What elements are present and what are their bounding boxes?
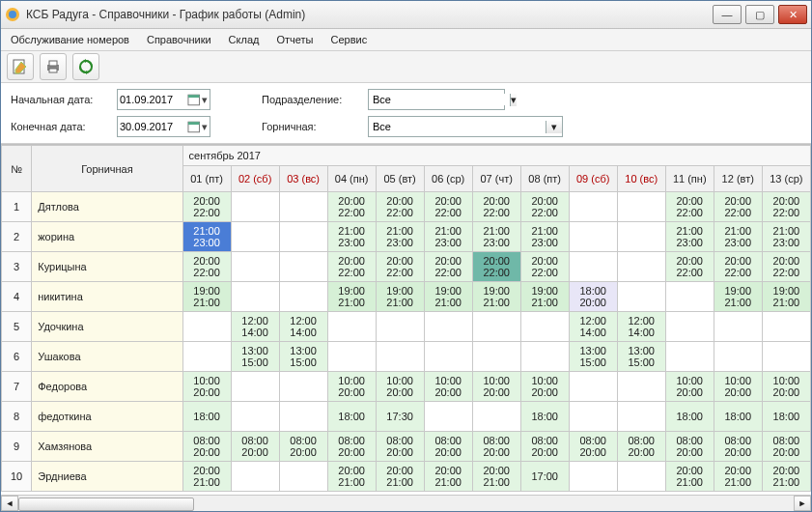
schedule-cell[interactable] <box>665 342 714 372</box>
schedule-cell[interactable]: 17:00 <box>520 462 569 492</box>
schedule-cell[interactable] <box>472 342 520 372</box>
schedule-cell[interactable]: 20:0022:00 <box>327 192 376 222</box>
schedule-cell[interactable]: 19:0021:00 <box>762 282 810 312</box>
schedule-cell[interactable] <box>279 192 327 222</box>
schedule-cell[interactable] <box>569 252 617 282</box>
schedule-cell[interactable]: 08:0020:00 <box>279 432 327 462</box>
schedule-cell[interactable]: 10:0020:00 <box>327 372 376 402</box>
schedule-cell[interactable]: 10:0020:00 <box>472 372 520 402</box>
schedule-cell[interactable] <box>424 312 472 342</box>
schedule-cell[interactable] <box>569 192 617 222</box>
scroll-thumb[interactable] <box>18 498 194 511</box>
schedule-cell[interactable] <box>279 282 327 312</box>
schedule-cell[interactable]: 19:0021:00 <box>472 282 520 312</box>
schedule-cell[interactable]: 20:0022:00 <box>327 252 376 282</box>
schedule-cell[interactable] <box>762 312 810 342</box>
col-header-day[interactable]: 10 (вс) <box>617 166 665 192</box>
col-header-day[interactable]: 12 (вт) <box>714 166 762 192</box>
schedule-cell[interactable] <box>520 312 569 342</box>
col-header-day[interactable]: 03 (вс) <box>279 166 327 192</box>
schedule-cell[interactable] <box>231 222 279 252</box>
schedule-cell[interactable] <box>327 312 376 342</box>
schedule-cell[interactable]: 18:00 <box>714 402 762 432</box>
scroll-track[interactable] <box>18 497 794 510</box>
schedule-cell[interactable] <box>231 192 279 222</box>
schedule-cell[interactable]: 20:0022:00 <box>472 252 520 282</box>
schedule-cell[interactable] <box>182 312 231 342</box>
calendar-icon[interactable] <box>187 120 200 133</box>
schedule-cell[interactable] <box>231 402 279 432</box>
schedule-cell[interactable]: 21:0023:00 <box>665 222 714 252</box>
schedule-cell[interactable]: 20:0021:00 <box>376 462 424 492</box>
refresh-button[interactable] <box>72 53 99 80</box>
schedule-cell[interactable]: 20:0021:00 <box>665 462 714 492</box>
schedule-cell[interactable]: 12:0014:00 <box>617 312 665 342</box>
schedule-cell[interactable] <box>182 342 231 372</box>
schedule-cell[interactable]: 08:0020:00 <box>520 432 569 462</box>
schedule-cell[interactable] <box>472 312 520 342</box>
start-date-input[interactable]: ▾ <box>117 89 210 110</box>
schedule-cell[interactable] <box>424 402 472 432</box>
schedule-cell[interactable] <box>714 312 762 342</box>
schedule-cell[interactable] <box>231 282 279 312</box>
col-header-day[interactable]: 08 (пт) <box>520 166 569 192</box>
schedule-cell[interactable]: 08:0020:00 <box>472 432 520 462</box>
schedule-cell[interactable] <box>520 342 569 372</box>
col-header-day[interactable]: 06 (ср) <box>424 166 472 192</box>
schedule-cell[interactable]: 08:0020:00 <box>714 432 762 462</box>
schedule-cell[interactable] <box>569 462 617 492</box>
schedule-cell[interactable]: 08:0020:00 <box>327 432 376 462</box>
schedule-cell[interactable] <box>279 252 327 282</box>
schedule-cell[interactable] <box>327 342 376 372</box>
schedule-cell[interactable]: 08:0020:00 <box>617 432 665 462</box>
schedule-cell[interactable] <box>279 402 327 432</box>
schedule-cell[interactable]: 18:0020:00 <box>569 282 617 312</box>
maximize-button[interactable]: ▢ <box>745 5 774 24</box>
schedule-cell[interactable] <box>617 252 665 282</box>
schedule-cell[interactable] <box>617 372 665 402</box>
schedule-cell[interactable] <box>569 222 617 252</box>
department-field[interactable] <box>369 94 510 105</box>
schedule-cell[interactable]: 20:0021:00 <box>762 462 810 492</box>
schedule-cell[interactable]: 20:0022:00 <box>665 252 714 282</box>
schedule-cell[interactable] <box>665 312 714 342</box>
schedule-cell[interactable] <box>617 192 665 222</box>
schedule-cell[interactable]: 10:0020:00 <box>376 372 424 402</box>
schedule-cell[interactable]: 10:0020:00 <box>762 372 810 402</box>
schedule-cell[interactable]: 20:0022:00 <box>424 192 472 222</box>
schedule-cell[interactable]: 19:0021:00 <box>424 282 472 312</box>
schedule-cell[interactable]: 12:0014:00 <box>231 312 279 342</box>
chevron-down-icon[interactable]: ▾ <box>200 121 210 133</box>
schedule-cell[interactable]: 21:0023:00 <box>182 222 231 252</box>
schedule-cell[interactable] <box>376 342 424 372</box>
col-header-name[interactable]: Горничная <box>32 146 182 192</box>
col-header-num[interactable]: № <box>2 146 32 192</box>
schedule-cell[interactable]: 20:0022:00 <box>520 252 569 282</box>
schedule-cell[interactable]: 20:0022:00 <box>376 192 424 222</box>
schedule-cell[interactable]: 10:0020:00 <box>714 372 762 402</box>
schedule-cell[interactable] <box>569 402 617 432</box>
menu-references[interactable]: Справочники <box>147 34 211 45</box>
schedule-cell[interactable]: 08:0020:00 <box>182 432 231 462</box>
schedule-cell[interactable]: 10:0020:00 <box>665 372 714 402</box>
schedule-cell[interactable]: 20:0022:00 <box>714 252 762 282</box>
schedule-cell[interactable] <box>617 402 665 432</box>
schedule-cell[interactable] <box>279 372 327 402</box>
col-header-day[interactable]: 05 (вт) <box>376 166 424 192</box>
chevron-down-icon[interactable]: ▾ <box>510 94 517 106</box>
schedule-cell[interactable]: 21:0023:00 <box>327 222 376 252</box>
schedule-cell[interactable]: 12:0014:00 <box>569 312 617 342</box>
schedule-cell[interactable]: 10:0020:00 <box>520 372 569 402</box>
schedule-cell[interactable]: 18:00 <box>762 402 810 432</box>
col-header-day[interactable]: 02 (сб) <box>231 166 279 192</box>
minimize-button[interactable]: — <box>713 5 742 24</box>
schedule-cell[interactable]: 08:0020:00 <box>376 432 424 462</box>
schedule-cell[interactable]: 20:0021:00 <box>424 462 472 492</box>
maid-combo[interactable]: ▾ <box>368 116 563 137</box>
menu-warehouse[interactable]: Склад <box>229 34 260 45</box>
edit-button[interactable] <box>7 53 34 80</box>
end-date-input[interactable]: ▾ <box>117 116 210 137</box>
schedule-cell[interactable] <box>617 222 665 252</box>
col-header-day[interactable]: 04 (пн) <box>327 166 376 192</box>
schedule-cell[interactable] <box>279 222 327 252</box>
